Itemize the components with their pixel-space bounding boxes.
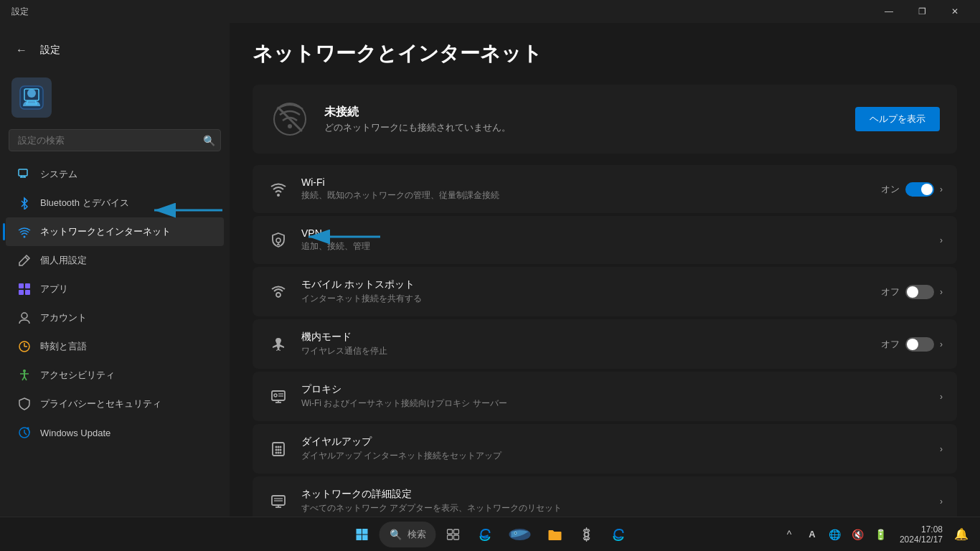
status-card: 未接続 どのネットワークにも接続されていません。 ヘルプを表示: [253, 85, 957, 154]
close-button[interactable]: ✕: [938, 0, 971, 23]
search-input[interactable]: [9, 129, 221, 151]
svg-line-26: [22, 377, 24, 380]
advanced-desc: すべてのネットワーク アダプターを表示、ネットワークのリセット: [301, 502, 928, 514]
hotspot-toggle[interactable]: [905, 285, 934, 299]
proxy-content: プロキシ Wi-Fi およびイーサネット接続向けプロキシ サーバー: [301, 383, 928, 410]
svg-line-14: [25, 257, 28, 260]
wifi-content: Wi-Fi 接続、既知のネットワークの管理、従量制課金接続: [301, 176, 870, 202]
sidebar-item-bluetooth[interactable]: Bluetooth とデバイス: [6, 189, 224, 217]
advanced-title: ネットワークの詳細設定: [301, 488, 928, 501]
sidebar-label-accounts: アカウント: [40, 311, 87, 324]
taskbar-widget-icon: [506, 524, 534, 545]
proxy-icon: [267, 385, 290, 408]
svg-rect-6: [19, 169, 27, 176]
airplane-toggle[interactable]: [905, 337, 934, 352]
sidebar-item-accessibility[interactable]: アクセシビリティ: [6, 361, 224, 390]
sidebar-item-network[interactable]: ネットワークとインターネット: [6, 217, 224, 246]
airplane-right: オフ ›: [881, 337, 943, 352]
svg-rect-65: [362, 534, 368, 540]
settings-item-proxy[interactable]: プロキシ Wi-Fi およびイーサネット接続向けプロキシ サーバー ›: [253, 372, 957, 421]
sidebar-item-apps[interactable]: アプリ: [6, 275, 224, 303]
dialup-chevron: ›: [940, 444, 943, 454]
wifi-icon: [267, 178, 290, 201]
dialup-icon: [267, 438, 290, 461]
windows-update-icon: [17, 425, 32, 440]
edge-button[interactable]: [471, 520, 499, 549]
restore-button[interactable]: ❐: [905, 0, 938, 23]
start-button[interactable]: [348, 520, 377, 549]
proxy-chevron: ›: [940, 392, 943, 402]
svg-rect-15: [19, 283, 24, 288]
sidebar-app-title: 設定: [40, 44, 60, 57]
svg-point-40: [274, 394, 277, 397]
battery-icon[interactable]: 🔋: [871, 520, 891, 549]
disconnected-icon: [270, 99, 310, 139]
tray-expand-icon[interactable]: ^: [779, 520, 799, 549]
svg-point-72: [515, 532, 517, 534]
sidebar-item-system[interactable]: システム: [6, 160, 224, 189]
status-text: 未接続 どのネットワークにも接続されていません。: [324, 105, 841, 134]
notification-icon[interactable]: 🔔: [951, 520, 971, 549]
sidebar: ← 設定 🔍: [0, 23, 230, 551]
task-view-button[interactable]: [439, 520, 468, 549]
sidebar-label-bluetooth: Bluetooth とデバイス: [40, 197, 129, 209]
bluetooth-icon: [17, 196, 32, 210]
minimize-button[interactable]: —: [872, 0, 905, 23]
help-button[interactable]: ヘルプを表示: [855, 107, 940, 131]
hotspot-desc: インターネット接続を共有する: [301, 293, 870, 305]
settings-item-airplane[interactable]: 機内モード ワイヤレス通信を停止 オフ ›: [253, 319, 957, 369]
language-icon[interactable]: 🌐: [825, 520, 845, 549]
svg-point-47: [275, 448, 278, 451]
vpn-right: ›: [940, 235, 943, 245]
taskbar: 🔍 検索: [0, 517, 980, 551]
sidebar-header: ← 設定: [0, 34, 230, 72]
font-icon: A: [802, 520, 822, 549]
hotspot-right: オフ ›: [881, 285, 943, 299]
svg-point-48: [278, 448, 280, 451]
settings-item-dialup[interactable]: ダイヤルアップ ダイヤルアップ インターネット接続をセットアップ ›: [253, 424, 957, 474]
vpn-desc: 追加、接続、管理: [301, 240, 928, 253]
titlebar-controls: — ❐ ✕: [872, 0, 971, 23]
back-button[interactable]: ←: [11, 40, 32, 60]
settings-item-vpn[interactable]: VPN 追加、接続、管理 ›: [253, 216, 957, 264]
sidebar-item-privacy[interactable]: プライバシーとセキュリティ: [6, 390, 224, 418]
sidebar-item-time[interactable]: 時刻と言語: [6, 332, 224, 361]
svg-point-36: [276, 293, 281, 297]
sidebar-label-apps: アプリ: [40, 283, 68, 296]
sidebar-item-windows-update[interactable]: Windows Update: [6, 418, 224, 447]
settings-taskbar-button[interactable]: [573, 520, 601, 549]
taskbar-widget[interactable]: [502, 520, 538, 549]
taskbar-search-icon: 🔍: [390, 529, 402, 540]
wifi-toggle-label: オン: [881, 183, 900, 196]
svg-point-44: [275, 446, 278, 448]
settings-gear-icon: [580, 527, 594, 542]
svg-point-49: [280, 448, 282, 451]
svg-rect-17: [19, 290, 24, 295]
settings-item-hotspot[interactable]: モバイル ホットスポット インターネット接続を共有する オフ ›: [253, 267, 957, 316]
edge2-button[interactable]: [604, 520, 633, 549]
svg-point-52: [280, 451, 282, 453]
file-explorer-button[interactable]: [541, 520, 570, 549]
volume-icon[interactable]: 🔇: [848, 520, 868, 549]
accessibility-icon: [17, 368, 32, 382]
svg-point-33: [276, 238, 281, 242]
taskbar-right: ^ A 🌐 🔇 🔋 17:08 2024/12/17 🔔: [779, 520, 980, 549]
taskbar-search[interactable]: 🔍 検索: [380, 522, 436, 547]
sidebar-item-personalization[interactable]: 個人用設定: [6, 246, 224, 275]
svg-line-27: [24, 377, 27, 380]
wifi-right: オン ›: [881, 182, 943, 197]
dialup-content: ダイヤルアップ ダイヤルアップ インターネット接続をセットアップ: [301, 435, 928, 462]
advanced-content: ネットワークの詳細設定 すべてのネットワーク アダプターを表示、ネットワークのリ…: [301, 488, 928, 514]
settings-item-wifi[interactable]: Wi-Fi 接続、既知のネットワークの管理、従量制課金接続 オン ›: [253, 165, 957, 213]
hotspot-toggle-label: オフ: [881, 286, 900, 298]
sidebar-item-accounts[interactable]: アカウント: [6, 303, 224, 332]
vpn-title: VPN: [301, 227, 928, 239]
sidebar-label-privacy: プライバシーとセキュリティ: [40, 397, 161, 410]
svg-point-1: [27, 89, 36, 98]
wifi-toggle[interactable]: [905, 182, 934, 197]
time-display[interactable]: 17:08 2024/12/17: [894, 524, 948, 545]
vpn-icon: [267, 229, 290, 252]
avatar-inner: [11, 77, 52, 118]
task-view-icon: [447, 528, 460, 541]
taskbar-search-text: 検索: [407, 528, 426, 541]
